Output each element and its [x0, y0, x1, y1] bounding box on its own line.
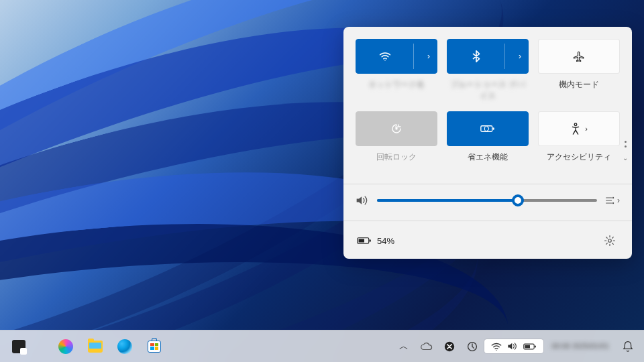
tray-overflow-button[interactable]: ︿: [393, 333, 415, 360]
energy-saver-icon: [480, 124, 495, 133]
file-explorer-button[interactable]: [82, 333, 109, 360]
store-icon: [148, 341, 161, 353]
bluetooth-icon: [447, 50, 505, 62]
volume-slider[interactable]: [377, 195, 597, 206]
svg-point-6: [612, 202, 614, 204]
tray-clock-icon[interactable]: [462, 333, 483, 360]
copilot-icon: [58, 339, 73, 354]
microsoft-store-button[interactable]: [141, 333, 168, 360]
taskbar-clock[interactable]: 00:00 2025/01/01: [545, 342, 616, 351]
wifi-icon: [491, 343, 502, 351]
svg-point-0: [384, 60, 386, 61]
svg-point-10: [608, 239, 612, 243]
audio-output-button[interactable]: ›: [605, 196, 620, 205]
energy-saver-label: 省エネ機能: [468, 152, 508, 172]
accessibility-toggle-button[interactable]: ›: [538, 111, 620, 146]
system-tray-group[interactable]: [484, 339, 543, 353]
tray-status-icon[interactable]: [439, 333, 460, 360]
airplane-label: 機内モード: [559, 79, 599, 99]
airplane-icon: [573, 50, 585, 62]
svg-rect-3: [493, 127, 494, 129]
svg-rect-15: [535, 345, 536, 347]
volume-row: ›: [356, 192, 620, 208]
bell-icon: [623, 341, 633, 352]
svg-rect-9: [359, 239, 364, 242]
cloud-icon: [421, 343, 433, 351]
speaker-icon: [507, 342, 518, 351]
edge-icon: [117, 339, 132, 354]
svg-point-4: [574, 123, 577, 126]
chevron-up-icon: ︿: [399, 341, 409, 353]
widgets-icon: [12, 340, 25, 353]
wifi-label: ネットワーク名: [368, 79, 425, 99]
accessibility-label: アクセシビリティ: [547, 152, 611, 172]
qs-tile-bluetooth: › ブルートゥース デバイス: [447, 39, 529, 102]
copilot-button[interactable]: [52, 333, 79, 360]
divider: [343, 221, 632, 221]
wifi-icon: [356, 52, 414, 61]
quick-settings-grid: › ネットワーク名 › ブルートゥース デバイス 機内モード: [356, 39, 620, 172]
accessibility-icon: ›: [570, 123, 588, 135]
rotation-lock-toggle-button[interactable]: [356, 111, 437, 146]
chevron-right-icon[interactable]: ›: [519, 52, 521, 61]
qs-tile-airplane: 機内モード: [538, 39, 620, 102]
airplane-mode-toggle-button[interactable]: [538, 39, 620, 74]
wifi-toggle-button[interactable]: ›: [356, 39, 437, 74]
bluetooth-label: ブルートゥース デバイス: [447, 79, 529, 102]
chevron-right-icon[interactable]: ›: [427, 52, 430, 61]
blocked-icon: [444, 341, 455, 352]
svg-rect-2: [481, 126, 492, 131]
expand-chevron-icon[interactable]: ⌄: [623, 154, 628, 162]
battery-percent-label: 54%: [377, 236, 394, 246]
onedrive-tray-icon[interactable]: [416, 333, 437, 360]
battery-leaf-icon: [357, 236, 372, 245]
quick-settings-panel: › ネットワーク名 › ブルートゥース デバイス 機内モード: [343, 27, 632, 259]
widgets-button[interactable]: [5, 333, 32, 360]
speaker-icon[interactable]: [356, 195, 369, 206]
qs-tile-rotation-lock: 回転ロック: [356, 111, 437, 172]
svg-rect-1: [396, 127, 398, 130]
svg-point-5: [612, 197, 614, 198]
energy-saver-toggle-button[interactable]: [447, 111, 529, 146]
chevron-right-icon: ›: [617, 196, 620, 205]
rotation-lock-icon: [390, 123, 402, 135]
svg-rect-8: [370, 239, 371, 241]
svg-point-13: [496, 349, 497, 350]
edge-button[interactable]: [111, 333, 138, 360]
battery-status[interactable]: 54%: [357, 236, 394, 246]
gear-icon: [604, 235, 616, 247]
qs-tile-accessibility: › アクセシビリティ: [538, 111, 620, 172]
qs-tile-wifi: › ネットワーク名: [356, 39, 437, 102]
notifications-button[interactable]: [617, 333, 639, 360]
folder-icon: [88, 341, 103, 353]
page-indicator: ⌄: [623, 141, 628, 162]
battery-icon: [523, 343, 537, 351]
bluetooth-toggle-button[interactable]: ›: [447, 39, 529, 74]
clock-icon: [467, 341, 478, 352]
rotation-lock-label: 回転ロック: [376, 152, 417, 172]
svg-rect-16: [525, 345, 531, 348]
taskbar: ︿ 00:00 2025/01/01: [0, 330, 644, 362]
volume-slider-thumb[interactable]: [512, 194, 524, 206]
divider: [343, 184, 632, 184]
qs-tile-energy-saver: 省エネ機能: [447, 111, 529, 172]
settings-button[interactable]: [601, 232, 619, 249]
